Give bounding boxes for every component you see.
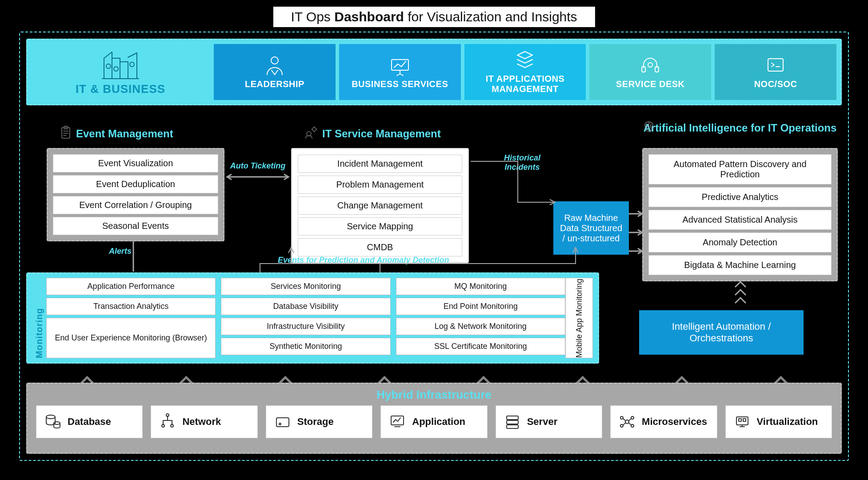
- svg-point-12: [312, 128, 316, 131]
- svg-point-32: [508, 422, 509, 423]
- tab-business-services[interactable]: BUSINESS SERVICES: [339, 44, 461, 100]
- list-item: Service Mapping: [298, 217, 462, 236]
- section-title: Event Management: [76, 128, 173, 140]
- hybrid-item-label: Microservices: [642, 416, 707, 428]
- svg-point-22: [166, 414, 169, 416]
- svg-point-3: [271, 57, 278, 64]
- arrow-icon: [224, 172, 291, 181]
- dashboard-container: IT & BUSINESS LEADERSHIP BUSINESS SERVIC…: [19, 32, 849, 461]
- svg-rect-29: [507, 420, 518, 424]
- list-item: Transaction Analytics: [46, 298, 216, 315]
- svg-point-33: [508, 426, 509, 427]
- list-item: Bigdata & Machine Learning: [648, 255, 832, 275]
- monitoring-col-3: MQ Monitoring End Point Monitoring Log &…: [396, 278, 565, 358]
- list-item: Problem Management: [298, 176, 462, 194]
- arrow-icon: [733, 279, 748, 310]
- list-item: Change Management: [298, 196, 462, 215]
- list-item: Automated Pattern Discovery and Predicti…: [648, 154, 832, 184]
- tab-it-apps-mgmt[interactable]: IT APPLICATIONS MANAGEMENT: [464, 44, 586, 100]
- storage-icon: [274, 413, 291, 430]
- list-item: Application Performance: [46, 278, 216, 295]
- svg-rect-40: [739, 419, 741, 421]
- arrow-icon: [129, 234, 138, 274]
- hybrid-item-storage: Storage: [266, 405, 372, 438]
- monitoring-col-2: Services Monitoring Database Visibility …: [221, 278, 390, 358]
- tab-label: NOC/SOC: [754, 79, 797, 89]
- list-item: Database Visibility: [221, 298, 390, 315]
- svg-point-0: [106, 64, 111, 68]
- svg-point-26: [279, 423, 281, 425]
- list-item: SSL Certificate Monitoring: [396, 338, 565, 355]
- hybrid-item-microservices: Microservices: [610, 405, 717, 438]
- list-item: Infrastructure Visibility: [221, 318, 390, 335]
- arrow-icon: [469, 158, 558, 220]
- gear-person-icon: [304, 126, 318, 142]
- clipboard-icon: [60, 126, 72, 142]
- hybrid-item-network: Network: [151, 405, 257, 438]
- svg-rect-8: [768, 59, 783, 71]
- brain-icon: [642, 120, 656, 136]
- tab-label: BUSINESS SERVICES: [352, 79, 448, 89]
- microservices-icon: [619, 413, 636, 430]
- svg-point-20: [46, 415, 55, 419]
- monitoring-label: Monitoring: [32, 278, 46, 358]
- title-segment: IT Ops: [291, 9, 334, 24]
- section-heading-aiops: Artificial Intelligence for IT Operation…: [642, 121, 838, 135]
- svg-point-31: [508, 417, 509, 418]
- list-item: End User Experience Monitoring (Browser): [46, 318, 216, 358]
- svg-rect-25: [276, 418, 289, 427]
- panel-aiops: Automated Pattern Discovery and Predicti…: [642, 148, 838, 281]
- list-item: Advanced Statistical Analysis: [648, 210, 832, 230]
- tab-label: LEADERSHIP: [245, 79, 304, 89]
- automation-box: Intelligent Automation / Orchestrations: [639, 310, 804, 355]
- hybrid-item-virtualization: Virtualization: [725, 405, 832, 438]
- monitoring-panel: Monitoring Application Performance Trans…: [26, 272, 599, 364]
- tab-noc-soc[interactable]: NOC/SOC: [715, 44, 836, 100]
- application-icon: [389, 413, 406, 430]
- hybrid-item-server: Server: [496, 405, 602, 438]
- headset-icon: [639, 55, 661, 76]
- hybrid-item-application: Application: [380, 405, 487, 438]
- list-item: Log & Network Monitoring: [396, 318, 565, 335]
- svg-point-24: [171, 424, 173, 427]
- list-item: Seasonal Events: [53, 217, 218, 235]
- section-heading-itsm: IT Service Management: [304, 126, 441, 142]
- svg-point-7: [648, 63, 652, 67]
- svg-rect-39: [736, 417, 748, 425]
- hybrid-item-label: Virtualization: [757, 416, 818, 428]
- top-tabs-row: IT & BUSINESS LEADERSHIP BUSINESS SERVIC…: [26, 39, 842, 105]
- hybrid-item-label: Database: [68, 416, 111, 428]
- svg-rect-28: [507, 416, 518, 420]
- panel-event-mgmt: Event Visualization Event Deduplication …: [47, 148, 224, 241]
- terminal-icon: [764, 55, 787, 76]
- tab-leadership[interactable]: LEADERSHIP: [214, 44, 336, 100]
- connector-auto-ticketing: Auto Ticketing: [229, 161, 287, 171]
- mobile-monitoring-cell: Mobile App Monitoring: [565, 278, 593, 358]
- list-item: Event Visualization: [53, 154, 218, 172]
- hybrid-infrastructure-panel: Hybrid Infrastructure Database Network S…: [26, 383, 842, 454]
- monitoring-col-1: Application Performance Transaction Anal…: [46, 278, 216, 358]
- person-icon: [264, 55, 286, 76]
- layers-icon: [514, 50, 536, 71]
- page-title: IT Ops Dashboard for Visualization and I…: [273, 7, 595, 27]
- server-icon: [504, 413, 521, 430]
- network-icon: [159, 413, 176, 430]
- svg-point-1: [114, 67, 118, 71]
- virtualization-icon: [734, 413, 751, 430]
- section-heading-event-mgmt: Event Management: [60, 126, 173, 142]
- buildings-icon: [100, 48, 140, 80]
- hybrid-item-database: Database: [36, 405, 143, 438]
- svg-point-23: [162, 424, 164, 427]
- title-segment-bold: Dashboard: [334, 9, 404, 24]
- arrow-icon: [628, 209, 644, 256]
- svg-point-2: [130, 62, 134, 67]
- tab-service-desk[interactable]: SERVICE DESK: [589, 44, 711, 100]
- section-title: IT Service Management: [322, 128, 441, 140]
- section-title: Artificial Intelligence for IT Operation…: [644, 121, 837, 135]
- lead-card-label: IT & BUSINESS: [76, 82, 165, 96]
- hybrid-item-label: Server: [527, 416, 558, 428]
- list-item: Synthetic Monitoring: [221, 338, 390, 355]
- presentation-icon: [389, 55, 411, 76]
- list-item: Event Deduplication: [53, 175, 218, 193]
- hybrid-title: Hybrid Infrastructure: [36, 388, 832, 402]
